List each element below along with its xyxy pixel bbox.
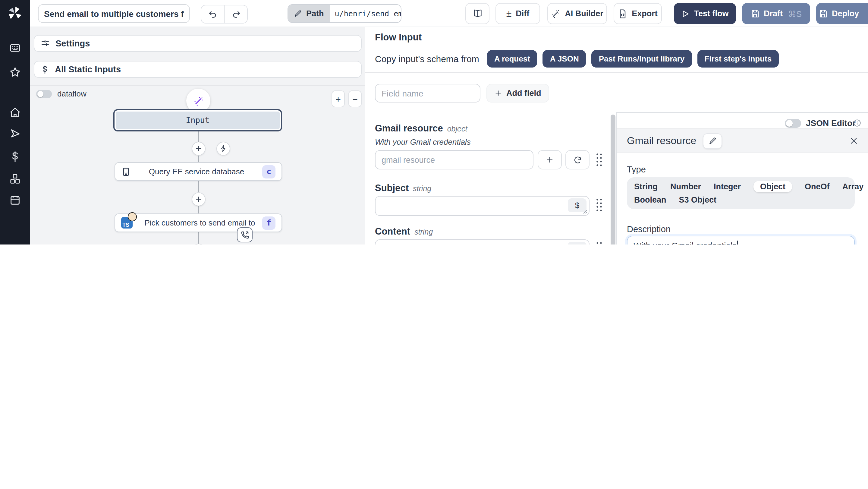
graph-node-query-db[interactable]: Query EE service database c	[115, 162, 282, 181]
resize-handle[interactable]	[583, 209, 588, 214]
path-chip[interactable]: Path u/henri/send_em	[287, 4, 401, 23]
phone-incoming-icon	[240, 230, 249, 239]
draft-shortcut: ⌘S	[788, 9, 802, 19]
graph-node-input[interactable]: Input	[113, 109, 282, 131]
book-icon	[472, 8, 483, 19]
copy-schema-firststep-button[interactable]: First step's inputs	[697, 50, 779, 67]
json-editor-label: JSON Editor	[806, 118, 856, 128]
test-flow-button[interactable]: Test flow	[674, 3, 736, 24]
type-option-string[interactable]: String	[634, 181, 658, 192]
type-option-s3object[interactable]: S3 Object	[679, 194, 717, 206]
star-icon[interactable]	[0, 64, 30, 81]
header-divider	[365, 72, 868, 73]
pencil-icon	[294, 10, 302, 18]
save-icon	[750, 9, 760, 18]
info-icon	[853, 119, 861, 127]
subject-textarea[interactable]: $	[375, 196, 590, 216]
refresh-resource-button[interactable]	[565, 150, 590, 170]
redo-button[interactable]	[224, 5, 247, 23]
content-textarea[interactable]: $	[375, 239, 590, 245]
type-option-boolean[interactable]: Boolean	[634, 194, 666, 206]
graph-connectors	[30, 27, 365, 245]
add-trigger-button[interactable]	[216, 142, 230, 156]
flow-title-input[interactable]	[38, 4, 190, 23]
plus-icon	[546, 156, 554, 164]
diff-button[interactable]: ± Diff	[495, 3, 540, 24]
export-button[interactable]: Export	[614, 3, 662, 24]
deploy-button[interactable]: Deploy	[812, 9, 865, 18]
path-value[interactable]: u/henri/send_em	[330, 5, 401, 22]
subject-label-row: Subject string	[375, 183, 431, 193]
type-option-number[interactable]: Number	[670, 181, 701, 192]
json-editor-row: JSON Editor	[617, 118, 868, 129]
type-option-object[interactable]: Object	[753, 181, 792, 192]
drag-handle[interactable]	[595, 153, 602, 167]
edit-field-name-button[interactable]	[703, 133, 722, 149]
avatar-icon	[128, 212, 137, 221]
flow-graph-panel: Settings All Static Inputs dataflow + −	[30, 27, 365, 245]
schedules-icon[interactable]	[0, 192, 30, 209]
redo-icon	[231, 9, 241, 19]
close-icon	[849, 136, 858, 145]
type-selector: String Number Integer Object OneOf Array…	[627, 177, 855, 209]
add-step-button[interactable]	[192, 192, 206, 206]
type-label: Type	[627, 164, 646, 174]
sidebar-divider	[5, 92, 25, 92]
wand-icon	[551, 9, 561, 19]
field-inspector-panel: JSON Editor Gmail resource Type String N…	[616, 112, 868, 245]
add-resource-button[interactable]	[538, 150, 562, 170]
json-editor-toggle[interactable]	[785, 119, 801, 128]
ai-builder-button[interactable]: AI Builder	[547, 3, 607, 24]
description-textarea[interactable]: With your Gmail credentials	[627, 236, 855, 245]
save-icon	[818, 9, 828, 18]
add-field-button[interactable]: Add field	[487, 84, 549, 102]
copy-schema-label: Copy input's schema from	[375, 54, 479, 64]
refresh-icon	[573, 155, 582, 164]
copy-schema-pastruns-button[interactable]: Past Runs/Input library	[592, 50, 692, 67]
gmail-field-label-row: Gmail resource object	[375, 123, 467, 134]
play-icon	[681, 9, 689, 18]
panel-icon[interactable]	[0, 40, 30, 57]
copy-schema-row: Copy input's schema from A request A JSO…	[375, 50, 779, 67]
copy-schema-request-button[interactable]: A request	[487, 50, 537, 67]
gmail-field-description: With your Gmail credentials	[375, 137, 471, 147]
type-option-array[interactable]: Array	[842, 181, 864, 192]
docs-button[interactable]	[465, 3, 490, 24]
cache-phone-badge[interactable]	[237, 227, 253, 242]
drag-handle[interactable]	[595, 198, 602, 212]
windmill-logo[interactable]	[0, 5, 30, 22]
type-option-oneof[interactable]: OneOf	[805, 181, 830, 192]
lightning-icon	[219, 145, 227, 153]
graph-node-pick-customers[interactable]: TS Pick customers to send email to f	[115, 213, 282, 232]
path-label: Path	[288, 5, 330, 22]
dollar-template-button[interactable]: $	[568, 242, 587, 245]
plus-icon	[494, 89, 502, 97]
panel-scrollbar[interactable]	[611, 115, 615, 245]
add-step-button[interactable]	[192, 142, 206, 156]
drag-handle[interactable]	[595, 241, 602, 245]
undo-button[interactable]	[201, 5, 224, 23]
variables-icon[interactable]	[0, 148, 30, 165]
gmail-resource-input[interactable]	[375, 150, 533, 170]
windmill-flow-editor: Path u/henri/send_em ± Diff AI Builder E…	[0, 0, 868, 245]
description-label: Description	[627, 224, 671, 234]
resources-icon[interactable]	[0, 171, 30, 187]
typescript-icon: TS	[121, 217, 133, 228]
deploy-button-group: Deploy	[816, 3, 868, 24]
plus-icon	[195, 145, 203, 153]
flow-input-title: Flow Input	[375, 32, 422, 43]
inspector-header: Gmail resource	[617, 128, 868, 153]
field-name-input[interactable]	[375, 84, 480, 102]
copy-schema-json-button[interactable]: A JSON	[543, 50, 586, 67]
draft-button[interactable]: Draft ⌘S	[742, 3, 810, 24]
step-id-badge: f	[262, 216, 276, 230]
content-label-row: Content string	[375, 226, 433, 237]
topbar: Path u/henri/send_em ± Diff AI Builder E…	[30, 0, 868, 27]
runs-icon[interactable]	[0, 125, 30, 142]
close-inspector-button[interactable]	[849, 136, 858, 145]
inspector-title: Gmail resource	[627, 135, 696, 147]
home-icon[interactable]	[0, 104, 30, 121]
step-id-badge: c	[262, 165, 276, 178]
type-option-integer[interactable]: Integer	[714, 181, 741, 192]
undo-icon	[208, 9, 218, 19]
